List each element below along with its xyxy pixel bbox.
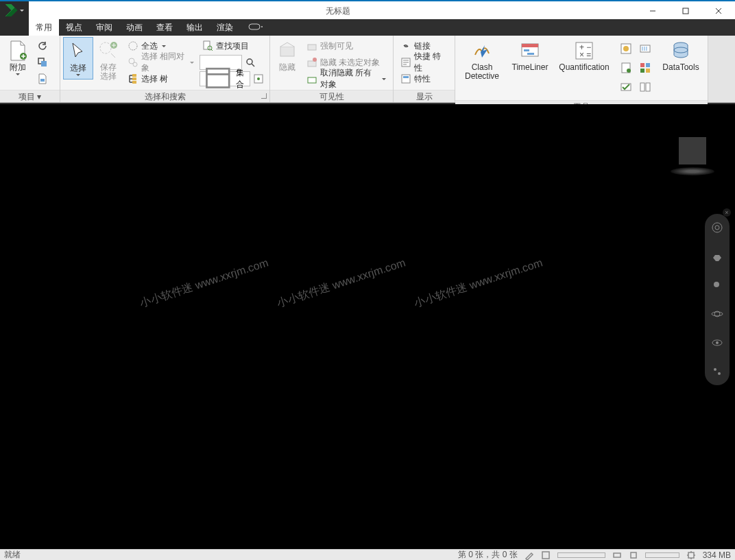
svg-rect-47	[646, 69, 650, 73]
clash-detective-button[interactable]: Clash Detective	[458, 37, 506, 84]
close-button[interactable]	[702, 1, 735, 21]
hide-unselected-button[interactable]: 隐藏 未选定对象	[304, 55, 389, 70]
tool-compare[interactable]	[636, 78, 654, 96]
select-same-button[interactable]: 选择 相同对象	[125, 55, 197, 70]
tool-batch[interactable]	[617, 78, 635, 96]
chip-icon[interactable]	[686, 550, 696, 560]
quantification-button[interactable]: + −× = Quantification	[554, 37, 614, 75]
tab-viewpoint[interactable]: 视点	[59, 19, 89, 36]
file-options-icon	[37, 73, 48, 84]
save-selection-button[interactable]: 保存 选择	[93, 37, 123, 84]
hide-button[interactable]: 隐藏	[273, 37, 302, 75]
sets-dropdown[interactable]: 集合	[200, 71, 250, 86]
svg-rect-46	[640, 69, 644, 73]
tab-animation[interactable]: 动画	[119, 19, 149, 36]
status-sheet: 第 0 张，共 0 张	[458, 549, 518, 560]
quick-properties-button[interactable]: 快捷 特性	[398, 55, 450, 70]
svg-point-54	[715, 226, 719, 230]
tab-output[interactable]: 输出	[180, 19, 210, 36]
tool-autodesk-render[interactable]	[617, 40, 635, 58]
select-all-icon	[128, 40, 138, 51]
tool-appearance[interactable]	[636, 59, 654, 77]
svg-point-12	[129, 42, 137, 50]
memory-icon	[612, 550, 622, 560]
maximize-button[interactable]	[669, 1, 702, 21]
svg-point-40	[623, 46, 629, 51]
tool-scripter[interactable]	[617, 59, 635, 77]
sets-manage-icon	[253, 73, 264, 84]
hide-icon	[276, 40, 298, 62]
svg-point-60	[714, 368, 716, 371]
navbar-close-icon[interactable]: ×	[723, 208, 731, 217]
chevron-down-icon	[20, 10, 24, 12]
svg-point-55	[714, 282, 719, 287]
svg-point-57	[712, 312, 723, 316]
find-items-button[interactable]: 查找项目	[200, 38, 265, 53]
datatools-icon	[670, 40, 692, 62]
disk-icon[interactable]	[541, 550, 551, 560]
cursor-icon	[67, 40, 89, 62]
quick-find-go[interactable]	[243, 55, 257, 70]
walk-button[interactable]	[710, 365, 724, 378]
chevron-down-icon	[16, 73, 20, 75]
svg-point-5	[261, 26, 263, 27]
tab-home[interactable]: 常用	[29, 19, 59, 36]
panel-label-select: 选择和搜索	[145, 92, 186, 101]
status-memory: 334 MB	[703, 550, 731, 560]
unhide-all-button[interactable]: 取消隐藏 所有对象	[304, 71, 389, 86]
tab-review[interactable]: 审阅	[89, 19, 119, 36]
orbit-button[interactable]	[710, 307, 724, 321]
search-icon	[245, 57, 256, 68]
select-button[interactable]: 选择	[63, 37, 93, 80]
quick-access-toolbar	[29, 1, 40, 19]
steering-wheel-button[interactable]	[710, 221, 724, 234]
svg-rect-25	[308, 45, 316, 50]
file-append-icon	[7, 40, 29, 62]
unhide-icon	[306, 73, 317, 84]
tool-animator[interactable]	[636, 40, 654, 58]
require-button[interactable]: 强制可见	[304, 38, 389, 53]
tab-view[interactable]: 查看	[149, 19, 180, 36]
view-cube-compass[interactable]	[671, 167, 714, 175]
svg-rect-44	[640, 63, 644, 67]
reset-button[interactable]	[34, 55, 51, 70]
tab-render[interactable]: 渲染	[210, 19, 240, 36]
pencil-icon[interactable]	[525, 550, 534, 560]
svg-point-53	[712, 223, 722, 232]
properties-button[interactable]: 特性	[398, 71, 450, 86]
look-button[interactable]	[710, 336, 724, 350]
svg-rect-30	[402, 75, 410, 83]
svg-rect-1	[683, 8, 688, 14]
svg-rect-4	[249, 24, 260, 29]
sets-manage-button[interactable]	[252, 71, 265, 86]
minimize-button[interactable]	[636, 1, 669, 21]
zoom-button[interactable]	[710, 278, 724, 292]
watermark: 小小软件迷 www.xxrjm.com	[412, 255, 544, 311]
svg-rect-15	[132, 74, 136, 77]
refresh-button[interactable]	[34, 38, 51, 53]
find-icon	[202, 40, 213, 51]
svg-rect-62	[542, 552, 549, 559]
svg-rect-33	[522, 44, 538, 47]
tool-grid	[614, 37, 657, 99]
app-menu-button[interactable]	[0, 1, 29, 19]
file-options-button[interactable]	[34, 71, 51, 86]
timeliner-button[interactable]: TimeLiner	[506, 37, 554, 75]
svg-rect-49	[640, 83, 644, 91]
panel-label-visibility: 可见性	[270, 90, 393, 102]
watermark: 小小软件迷 www.xxrjm.com	[138, 255, 270, 311]
svg-point-27	[313, 58, 317, 62]
view-cube[interactable]	[679, 137, 706, 165]
tab-help[interactable]	[240, 19, 272, 36]
panel-label-project: 项目	[19, 92, 35, 101]
panel-launcher-icon[interactable]	[261, 93, 267, 99]
timeliner-icon	[519, 40, 541, 62]
append-button[interactable]: 附加	[3, 37, 33, 78]
reset-icon	[37, 57, 48, 68]
viewport-3d[interactable]: 小小软件迷 www.xxrjm.com 小小软件迷 www.xxrjm.com …	[0, 104, 735, 549]
datatools-button[interactable]: DataTools	[657, 37, 705, 75]
svg-point-61	[718, 372, 721, 375]
svg-point-14	[133, 62, 137, 66]
svg-rect-50	[646, 83, 650, 91]
pan-button[interactable]	[710, 249, 724, 263]
